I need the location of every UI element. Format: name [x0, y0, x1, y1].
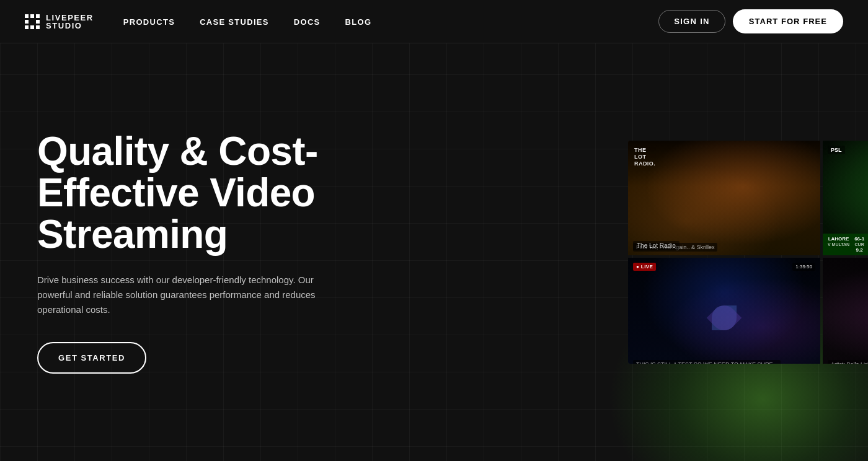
navbar: LIVEPEER STUDIO PRODUCTS CASE STUDIES DO… — [0, 0, 868, 43]
lot-radio-label: THELOTRADIO. — [634, 147, 655, 167]
nav-right: SIGN IN START FOR FREE — [658, 9, 843, 33]
nav-links: PRODUCTS CASE STUDIES DOCS BLOG — [123, 16, 372, 27]
video-cell-dj: HollBeatsTV 📷 ▶ Artist: Bella Liri — [823, 258, 868, 364]
gaming-label: THIS IS STILL A TEST SO WE NEED TO MAKE … — [633, 360, 781, 364]
scoreboard-team: LAHORE v MULTAN — [828, 236, 849, 253]
video-cell-concert: THELOTRADIO. Four Tet, Fred Again.. & Sk… — [628, 141, 820, 255]
hero-title: Quality & Cost-Effective Video Streaming — [37, 131, 409, 256]
psl-tag: PSL — [828, 146, 845, 154]
start-for-free-button[interactable]: START FOR FREE — [733, 9, 843, 33]
nav-link-blog[interactable]: BLOG — [345, 17, 372, 27]
signin-button[interactable]: SIGN IN — [658, 10, 725, 33]
logo-name-bottom: STUDIO — [46, 22, 94, 30]
scoreboard-score: 66-1 CUR 9.2 — [854, 236, 864, 253]
logo-name-top: LIVEPEER — [46, 14, 94, 22]
nav-link-docs[interactable]: DOCS — [294, 17, 321, 27]
stream-timer: 1:39:50 — [792, 263, 815, 271]
live-badge: ● LIVE — [633, 263, 656, 271]
team1-name: LAHORE — [828, 236, 849, 242]
hero-content: Quality & Cost-Effective Video Streaming… — [37, 131, 409, 374]
video-mosaic: THELOTRADIO. Four Tet, Fred Again.. & Sk… — [628, 141, 868, 364]
hero-description: Drive business success with our develope… — [37, 273, 347, 317]
cur-overs: 9.2 — [856, 247, 863, 253]
crowd-visual-bg — [628, 141, 820, 255]
logo-link[interactable]: LIVEPEER STUDIO — [25, 14, 94, 30]
logo-text: LIVEPEER STUDIO — [46, 14, 94, 30]
video-cell-cricket: PSL LAHORE v MULTAN 66-1 CUR 9.2 PROJECT… — [823, 141, 868, 255]
dj-visual-bg — [823, 258, 868, 364]
video-cell-gaming: ● LIVE 1:39:50 THIS IS STILL A TEST SO W… — [628, 258, 820, 364]
nav-link-case-studies[interactable]: CASE STUDIES — [200, 17, 269, 27]
hero-section: Quality & Cost-Effective Video Streaming… — [0, 43, 868, 461]
concert-label: Four Tet, Fred Again.. & Skrillex — [633, 243, 717, 252]
get-started-button[interactable]: GET STARTED — [37, 342, 146, 374]
nav-link-products[interactable]: PRODUCTS — [123, 17, 175, 27]
flower-decoration — [699, 293, 749, 343]
hero-visual: THELOTRADIO. Four Tet, Fred Again.. & Sk… — [465, 43, 868, 461]
logo-icon — [25, 14, 40, 29]
score-value: 66-1 — [854, 236, 864, 242]
dj-label: Artist: Bella Liri — [828, 360, 868, 364]
nav-left: LIVEPEER STUDIO PRODUCTS CASE STUDIES DO… — [25, 14, 371, 30]
cricket-scoreboard: LAHORE v MULTAN 66-1 CUR 9.2 PROJECTED 1… — [823, 234, 868, 255]
